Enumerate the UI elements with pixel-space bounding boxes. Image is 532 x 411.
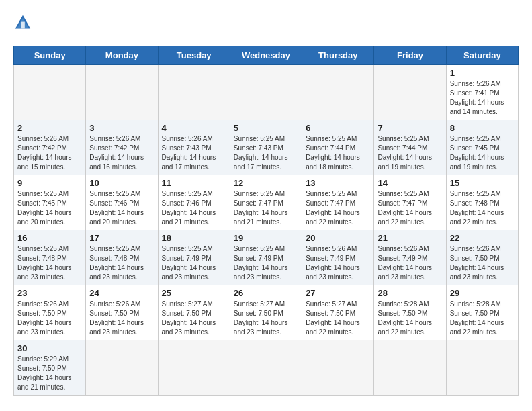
- calendar-cell: 5Sunrise: 5:25 AM Sunset: 7:43 PM Daylig…: [230, 120, 302, 175]
- day-number: 11: [162, 178, 226, 188]
- cell-sun-info: Sunrise: 5:26 AM Sunset: 7:49 PM Dayligh…: [378, 244, 442, 282]
- cell-sun-info: Sunrise: 5:26 AM Sunset: 7:49 PM Dayligh…: [306, 244, 370, 282]
- day-number: 29: [450, 288, 515, 298]
- cell-sun-info: Sunrise: 5:25 AM Sunset: 7:46 PM Dayligh…: [89, 189, 154, 227]
- day-number: 20: [306, 233, 370, 243]
- calendar-cell: 10Sunrise: 5:25 AM Sunset: 7:46 PM Dayli…: [86, 175, 158, 230]
- calendar-cell: [86, 340, 158, 396]
- day-number: 4: [162, 123, 226, 133]
- calendar-cell: 20Sunrise: 5:26 AM Sunset: 7:49 PM Dayli…: [302, 230, 374, 285]
- calendar-cell: [446, 340, 518, 396]
- calendar-cell: 25Sunrise: 5:27 AM Sunset: 7:50 PM Dayli…: [158, 285, 230, 340]
- calendar-week-row: 2Sunrise: 5:26 AM Sunset: 7:42 PM Daylig…: [14, 120, 519, 175]
- day-number: 5: [234, 123, 298, 133]
- calendar-cell: 22Sunrise: 5:26 AM Sunset: 7:50 PM Dayli…: [446, 230, 518, 285]
- day-number: 27: [306, 288, 370, 298]
- calendar-cell: 11Sunrise: 5:25 AM Sunset: 7:46 PM Dayli…: [158, 175, 230, 230]
- cell-sun-info: Sunrise: 5:25 AM Sunset: 7:48 PM Dayligh…: [17, 244, 82, 282]
- day-number: 10: [89, 178, 154, 188]
- calendar-cell: 26Sunrise: 5:27 AM Sunset: 7:50 PM Dayli…: [230, 285, 302, 340]
- calendar-cell: [86, 65, 158, 120]
- day-number: 3: [89, 123, 154, 133]
- day-number: 28: [378, 288, 442, 298]
- cell-sun-info: Sunrise: 5:25 AM Sunset: 7:43 PM Dayligh…: [234, 134, 298, 172]
- day-number: 2: [17, 123, 82, 133]
- day-header-thursday: Thursday: [302, 46, 374, 65]
- calendar-cell: 16Sunrise: 5:25 AM Sunset: 7:48 PM Dayli…: [14, 230, 86, 285]
- day-number: 17: [89, 233, 154, 243]
- calendar-cell: [158, 340, 230, 396]
- calendar-cell: 24Sunrise: 5:26 AM Sunset: 7:50 PM Dayli…: [86, 285, 158, 340]
- day-number: 7: [378, 123, 442, 133]
- calendar-cell: [374, 340, 446, 396]
- cell-sun-info: Sunrise: 5:26 AM Sunset: 7:42 PM Dayligh…: [17, 134, 82, 172]
- cell-sun-info: Sunrise: 5:25 AM Sunset: 7:45 PM Dayligh…: [450, 134, 515, 172]
- day-header-tuesday: Tuesday: [158, 46, 230, 65]
- day-header-sunday: Sunday: [14, 46, 86, 65]
- cell-sun-info: Sunrise: 5:26 AM Sunset: 7:41 PM Dayligh…: [450, 79, 515, 117]
- cell-sun-info: Sunrise: 5:26 AM Sunset: 7:50 PM Dayligh…: [17, 300, 82, 337]
- cell-sun-info: Sunrise: 5:27 AM Sunset: 7:50 PM Dayligh…: [234, 300, 298, 337]
- day-header-friday: Friday: [374, 46, 446, 65]
- calendar-week-row: 9Sunrise: 5:25 AM Sunset: 7:45 PM Daylig…: [14, 175, 519, 230]
- calendar-cell: 18Sunrise: 5:25 AM Sunset: 7:49 PM Dayli…: [158, 230, 230, 285]
- cell-sun-info: Sunrise: 5:26 AM Sunset: 7:50 PM Dayligh…: [89, 300, 154, 337]
- day-number: 25: [162, 288, 226, 298]
- calendar-week-row: 23Sunrise: 5:26 AM Sunset: 7:50 PM Dayli…: [14, 285, 519, 340]
- cell-sun-info: Sunrise: 5:29 AM Sunset: 7:50 PM Dayligh…: [17, 355, 82, 392]
- calendar-cell: [302, 65, 374, 120]
- calendar-cell: 4Sunrise: 5:26 AM Sunset: 7:43 PM Daylig…: [158, 120, 230, 175]
- day-number: 14: [378, 178, 442, 188]
- day-number: 1: [450, 68, 515, 78]
- cell-sun-info: Sunrise: 5:25 AM Sunset: 7:47 PM Dayligh…: [234, 189, 298, 227]
- calendar-cell: 30Sunrise: 5:29 AM Sunset: 7:50 PM Dayli…: [14, 340, 86, 396]
- calendar-cell: 17Sunrise: 5:25 AM Sunset: 7:48 PM Dayli…: [86, 230, 158, 285]
- day-header-wednesday: Wednesday: [230, 46, 302, 65]
- calendar-cell: 29Sunrise: 5:28 AM Sunset: 7:50 PM Dayli…: [446, 285, 518, 340]
- calendar-cell: 6Sunrise: 5:25 AM Sunset: 7:44 PM Daylig…: [302, 120, 374, 175]
- cell-sun-info: Sunrise: 5:25 AM Sunset: 7:44 PM Dayligh…: [306, 134, 370, 172]
- day-number: 21: [378, 233, 442, 243]
- cell-sun-info: Sunrise: 5:26 AM Sunset: 7:50 PM Dayligh…: [450, 244, 515, 282]
- cell-sun-info: Sunrise: 5:25 AM Sunset: 7:48 PM Dayligh…: [89, 244, 154, 282]
- calendar-cell: [14, 65, 86, 120]
- calendar-cell: 2Sunrise: 5:26 AM Sunset: 7:42 PM Daylig…: [14, 120, 86, 175]
- cell-sun-info: Sunrise: 5:26 AM Sunset: 7:43 PM Dayligh…: [162, 134, 226, 172]
- cell-sun-info: Sunrise: 5:28 AM Sunset: 7:50 PM Dayligh…: [450, 300, 515, 337]
- day-number: 26: [234, 288, 298, 298]
- svg-rect-2: [21, 22, 25, 29]
- day-number: 24: [89, 288, 154, 298]
- cell-sun-info: Sunrise: 5:27 AM Sunset: 7:50 PM Dayligh…: [306, 300, 370, 337]
- cell-sun-info: Sunrise: 5:25 AM Sunset: 7:47 PM Dayligh…: [306, 189, 370, 227]
- cell-sun-info: Sunrise: 5:25 AM Sunset: 7:49 PM Dayligh…: [162, 244, 226, 282]
- day-number: 22: [450, 233, 515, 243]
- cell-sun-info: Sunrise: 5:25 AM Sunset: 7:48 PM Dayligh…: [450, 189, 515, 227]
- calendar-cell: 1Sunrise: 5:26 AM Sunset: 7:41 PM Daylig…: [446, 65, 518, 120]
- calendar-header-row: SundayMondayTuesdayWednesdayThursdayFrid…: [14, 46, 519, 65]
- day-number: 23: [17, 288, 82, 298]
- calendar-cell: [158, 65, 230, 120]
- day-number: 18: [162, 233, 226, 243]
- cell-sun-info: Sunrise: 5:25 AM Sunset: 7:47 PM Dayligh…: [378, 189, 442, 227]
- day-number: 6: [306, 123, 370, 133]
- calendar-cell: 14Sunrise: 5:25 AM Sunset: 7:47 PM Dayli…: [374, 175, 446, 230]
- day-header-saturday: Saturday: [446, 46, 518, 65]
- calendar-cell: 3Sunrise: 5:26 AM Sunset: 7:42 PM Daylig…: [86, 120, 158, 175]
- calendar-cell: 9Sunrise: 5:25 AM Sunset: 7:45 PM Daylig…: [14, 175, 86, 230]
- calendar-cell: 15Sunrise: 5:25 AM Sunset: 7:48 PM Dayli…: [446, 175, 518, 230]
- logo: [13, 13, 35, 35]
- cell-sun-info: Sunrise: 5:25 AM Sunset: 7:46 PM Dayligh…: [162, 189, 226, 227]
- calendar-cell: 28Sunrise: 5:28 AM Sunset: 7:50 PM Dayli…: [374, 285, 446, 340]
- calendar-cell: 13Sunrise: 5:25 AM Sunset: 7:47 PM Dayli…: [302, 175, 374, 230]
- page-header: [13, 13, 519, 35]
- day-number: 12: [234, 178, 298, 188]
- calendar-week-row: 16Sunrise: 5:25 AM Sunset: 7:48 PM Dayli…: [14, 230, 519, 285]
- day-number: 30: [17, 343, 82, 353]
- cell-sun-info: Sunrise: 5:28 AM Sunset: 7:50 PM Dayligh…: [378, 300, 442, 337]
- day-number: 16: [17, 233, 82, 243]
- calendar-cell: [302, 340, 374, 396]
- day-number: 15: [450, 178, 515, 188]
- calendar-cell: 21Sunrise: 5:26 AM Sunset: 7:49 PM Dayli…: [374, 230, 446, 285]
- calendar-cell: 27Sunrise: 5:27 AM Sunset: 7:50 PM Dayli…: [302, 285, 374, 340]
- day-number: 13: [306, 178, 370, 188]
